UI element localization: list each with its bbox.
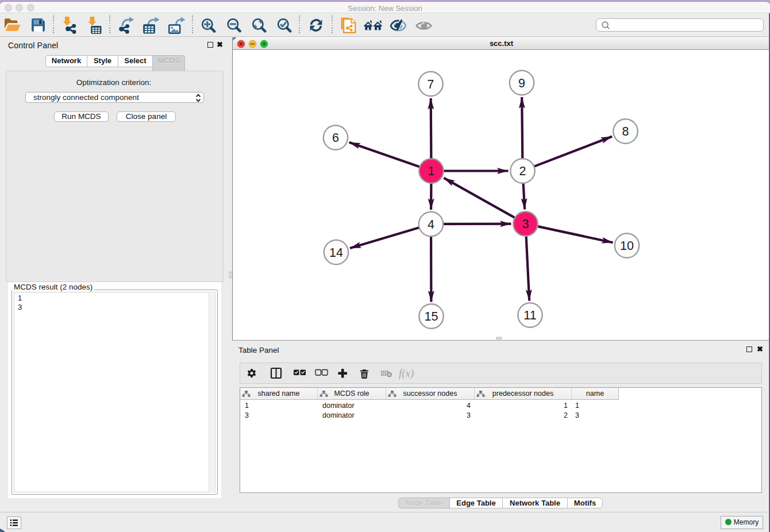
svg-text:11: 11 <box>523 309 536 322</box>
svg-text:8: 8 <box>622 125 629 138</box>
svg-text:7: 7 <box>428 78 434 91</box>
svg-text:1: 1 <box>428 164 435 178</box>
svg-text:6: 6 <box>332 131 339 145</box>
svg-text:14: 14 <box>329 246 343 260</box>
svg-text:2: 2 <box>519 164 526 178</box>
svg-text:15: 15 <box>425 310 438 323</box>
svg-text:4: 4 <box>428 218 434 232</box>
svg-text:f(x): f(x) <box>399 367 414 380</box>
svg-text:3: 3 <box>522 217 529 231</box>
svg-text:10: 10 <box>620 239 634 253</box>
svg-text:9: 9 <box>518 76 525 90</box>
